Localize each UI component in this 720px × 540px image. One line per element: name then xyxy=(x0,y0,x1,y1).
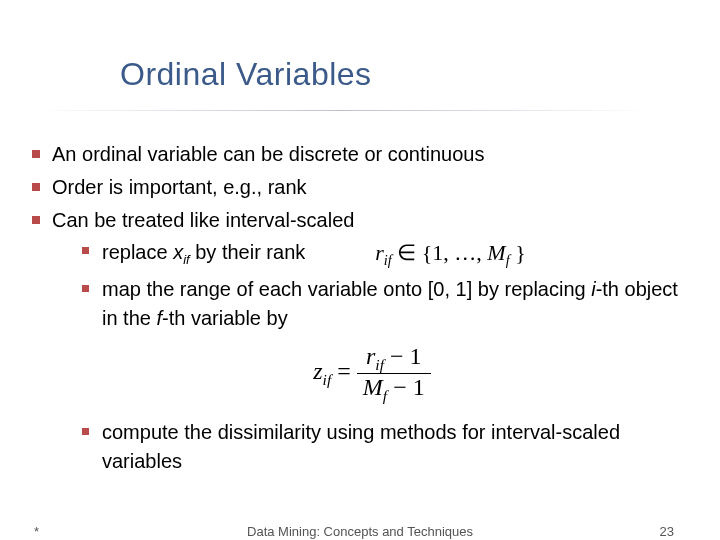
title-underline xyxy=(34,110,650,111)
math-var: M xyxy=(363,374,383,400)
page-number: 23 xyxy=(660,524,674,539)
math-fraction: rif − 1 Mf − 1 xyxy=(357,343,431,404)
sub-bullet-text: replace xif by their rank xyxy=(102,238,305,270)
math-var: M xyxy=(487,240,505,265)
sub-bullet-text: map the range of each variable onto [0, … xyxy=(102,278,678,329)
bullet-list-level1: An ordinal variable can be discrete or c… xyxy=(28,140,680,476)
sub-bullet-item: map the range of each variable onto [0, … xyxy=(80,275,680,404)
bullet-item: Can be treated like interval-scaled repl… xyxy=(28,206,680,476)
math-var: r xyxy=(366,343,375,369)
sub-bullet-item: replace xif by their rank rif ∈ {1, …, M… xyxy=(80,237,680,271)
text-fragment: map the range of each variable onto [0, … xyxy=(102,278,591,300)
slide-body: An ordinal variable can be discrete or c… xyxy=(28,140,680,480)
text-fragment: replace xyxy=(102,241,173,263)
math-var: r xyxy=(375,240,384,265)
math-subscript: if xyxy=(384,252,392,268)
text-fragment: by their rank xyxy=(190,241,306,263)
math-text: ∈ {1, …, xyxy=(392,240,488,265)
bullet-list-level2: replace xif by their rank rif ∈ {1, …, M… xyxy=(80,237,680,476)
sub-bullet-text: compute the dissimilarity using methods … xyxy=(102,421,620,472)
bullet-text: Order is important, e.g., rank xyxy=(52,176,307,198)
math-text: = xyxy=(331,358,357,384)
math-text: } xyxy=(510,240,526,265)
math-var: z xyxy=(313,358,322,384)
bullet-item: Order is important, e.g., rank xyxy=(28,173,680,202)
bullet-text: An ordinal variable can be discrete or c… xyxy=(52,143,484,165)
fraction-denominator: Mf − 1 xyxy=(357,374,431,404)
slide-title: Ordinal Variables xyxy=(120,56,372,93)
math-subscript: if xyxy=(375,356,384,373)
math-text: − 1 xyxy=(387,374,425,400)
math-subscript: if xyxy=(323,371,332,388)
slide: Ordinal Variables An ordinal variable ca… xyxy=(0,0,720,540)
footer-center: Data Mining: Concepts and Techniques xyxy=(0,524,720,539)
math-text: − 1 xyxy=(384,343,422,369)
sub-bullet-row: replace xif by their rank rif ∈ {1, …, M… xyxy=(102,237,680,271)
bullet-text: Can be treated like interval-scaled xyxy=(52,209,354,231)
math-equation: zif = rif − 1 Mf − 1 xyxy=(252,343,492,404)
sub-bullet-item: compute the dissimilarity using methods … xyxy=(80,418,680,476)
bullet-item: An ordinal variable can be discrete or c… xyxy=(28,140,680,169)
fraction-numerator: rif − 1 xyxy=(357,343,431,374)
text-fragment: -th variable by xyxy=(162,307,288,329)
math-var: x xyxy=(173,241,183,263)
math-set: rif ∈ {1, …, Mf } xyxy=(375,237,525,271)
